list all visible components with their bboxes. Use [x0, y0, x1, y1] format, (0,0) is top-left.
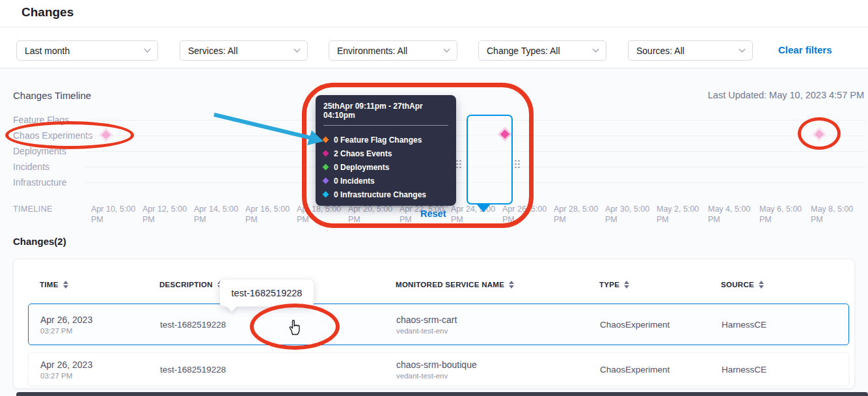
tick-suffix: PM — [502, 214, 556, 225]
brush-right-drag-handle[interactable] — [515, 158, 522, 171]
environments-value: Environments: All — [337, 46, 407, 56]
timeline-range-tooltip: 25thApr 09:11pm - 27thApr 04:10pm 0 Feat… — [316, 95, 456, 206]
tick-suffix: PM — [297, 214, 350, 225]
description-cell: test-1682519228 — [160, 320, 226, 330]
tick-suffix: PM — [708, 214, 761, 225]
sort-icon[interactable] — [63, 281, 68, 289]
monitored-service-cell: chaos-srm-boutique vedant-test-env — [396, 360, 477, 380]
tick-date: Apr 26, 5:00 — [502, 204, 556, 214]
change-date: Apr 26, 2023 — [40, 360, 92, 370]
services-dropdown[interactable]: Services: All — [180, 40, 308, 61]
axis-tick: Apr 12, 5:00PM — [142, 204, 196, 225]
axis-tick: May 2, 5:00PM — [657, 204, 710, 225]
sort-icon[interactable] — [759, 281, 764, 289]
hand-cursor-icon — [287, 318, 303, 338]
sources-dropdown[interactable]: Sources: All — [628, 40, 753, 61]
feature-flag-diamond-icon — [323, 137, 329, 143]
bottom-section-bar — [16, 392, 868, 396]
tick-suffix: PM — [605, 214, 658, 225]
environment-name: vedant-test-env — [396, 372, 477, 380]
tick-suffix: PM — [657, 214, 710, 225]
timeline-section-title: Changes Timeline — [13, 90, 91, 101]
tooltip-divider — [323, 206, 448, 207]
timeline-row-deployments: Deployments — [13, 146, 66, 156]
tick-date: May 2, 5:00 — [657, 204, 710, 214]
axis-tick: May 6, 5:00PM — [759, 204, 813, 225]
type-cell: ChaosExperiment — [600, 320, 670, 330]
tick-suffix: PM — [759, 214, 813, 225]
tick-suffix: PM — [348, 214, 401, 225]
column-label: TIME — [40, 281, 59, 289]
reset-button[interactable]: Reset — [420, 208, 446, 219]
service-name: chaos-srm-boutique — [396, 360, 477, 370]
column-header-time: TIME — [40, 281, 68, 289]
filter-bar: Last month Services: All Environments: A… — [0, 27, 868, 68]
environment-name: vedant-test-env — [396, 327, 457, 335]
tick-suffix: PM — [811, 214, 864, 225]
environments-dropdown[interactable]: Environments: All — [329, 40, 457, 61]
chevron-down-icon — [294, 46, 301, 53]
sort-icon[interactable] — [624, 281, 629, 289]
time-range-dropdown[interactable]: Last month — [16, 40, 158, 61]
chevron-down-icon — [444, 46, 450, 53]
column-header-description: DESCRIPTION — [159, 281, 223, 289]
tooltip-item-incidents: 0 Incidents — [323, 174, 448, 188]
time-range-value: Last month — [25, 46, 70, 56]
axis-tick: May 4, 5:00PM — [708, 204, 761, 225]
axis-tick: Apr 30, 5:00PM — [605, 204, 658, 225]
hover-tooltip-text: test-1682519228 — [232, 288, 303, 298]
brush-left-drag-handle[interactable] — [456, 158, 464, 171]
deployment-diamond-icon — [323, 164, 329, 171]
changes-table-card: TIME DESCRIPTION MONITORED SERVICE NAME … — [13, 259, 855, 389]
tooltip-item-infrastructure: 0 Infrastructure Changes — [323, 188, 448, 201]
timeline-row-infrastructure: Infrastructure — [13, 177, 66, 188]
brush-pointer-icon — [476, 204, 491, 212]
axis-tick: Apr 26, 5:00PM — [502, 204, 556, 225]
monitored-service-cell: chaos-srm-cart vedant-test-env — [396, 315, 457, 335]
sources-value: Sources: All — [636, 46, 685, 56]
source-cell: HarnessCE — [722, 365, 766, 375]
tooltip-item-label: 2 Chaos Events — [334, 149, 392, 158]
axis-tick: Apr 10, 5:00PM — [91, 204, 144, 225]
tick-date: May 8, 5:00 — [811, 204, 864, 214]
clear-filters-button[interactable]: Clear filters — [778, 44, 832, 55]
column-label: TYPE — [599, 281, 619, 289]
type-cell: ChaosExperiment — [600, 365, 670, 375]
tick-suffix: PM — [142, 214, 196, 225]
change-types-value: Change Types: All — [487, 46, 560, 56]
change-row-chaos-srm-cart[interactable]: Apr 26, 2023 03:27 PM test-1682519228 ch… — [28, 304, 849, 345]
source-cell: HarnessCE — [722, 320, 766, 330]
tick-date: May 6, 5:00 — [759, 204, 813, 214]
tick-suffix: PM — [451, 214, 504, 225]
tooltip-item-deployments: 0 Deployments — [323, 160, 448, 174]
change-row-chaos-srm-boutique[interactable]: Apr 26, 2023 03:27 PM test-1682519228 ch… — [28, 352, 849, 386]
time-cell: Apr 26, 2023 03:27 PM — [40, 315, 92, 335]
axis-tick: May 8, 5:00PM — [811, 204, 864, 225]
axis-tick: Apr 14, 5:00PM — [194, 204, 247, 225]
changes-page: Changes Last month Services: All Environ… — [0, 0, 868, 396]
chevron-down-icon — [593, 46, 599, 53]
tick-date: May 4, 5:00 — [708, 204, 761, 214]
tooltip-item-chaos-events: 2 Chaos Events — [323, 147, 448, 160]
timeline-row-incidents: Incidents — [13, 162, 49, 172]
service-name: chaos-srm-cart — [396, 315, 457, 325]
tooltip-item-label: 0 Deployments — [334, 163, 389, 172]
change-time: 03:27 PM — [40, 327, 92, 335]
tooltip-item-label: 0 Incidents — [334, 177, 375, 186]
chevron-down-icon — [739, 46, 746, 53]
tick-date: Apr 14, 5:00 — [194, 204, 247, 214]
column-label: SOURCE — [721, 281, 754, 289]
timeline-brush-selection[interactable] — [467, 115, 513, 205]
tick-date: Apr 28, 5:00 — [554, 204, 607, 214]
change-types-dropdown[interactable]: Change Types: All — [478, 40, 606, 61]
infrastructure-diamond-icon — [323, 191, 329, 198]
column-header-monitored-service: MONITORED SERVICE NAME — [396, 281, 514, 289]
timeline-row-chaos-experiments: Chaos Experiments — [13, 130, 92, 141]
top-bar: Changes — [0, 0, 868, 27]
sort-icon[interactable] — [509, 281, 514, 289]
tooltip-item-feature-flags: 0 Feature Flag Changes — [323, 133, 448, 147]
tooltip-item-label: 0 Feature Flag Changes — [334, 135, 422, 145]
axis-tick: Apr 16, 5:00PM — [245, 204, 299, 225]
column-label: MONITORED SERVICE NAME — [396, 281, 504, 289]
change-date: Apr 26, 2023 — [40, 315, 92, 325]
